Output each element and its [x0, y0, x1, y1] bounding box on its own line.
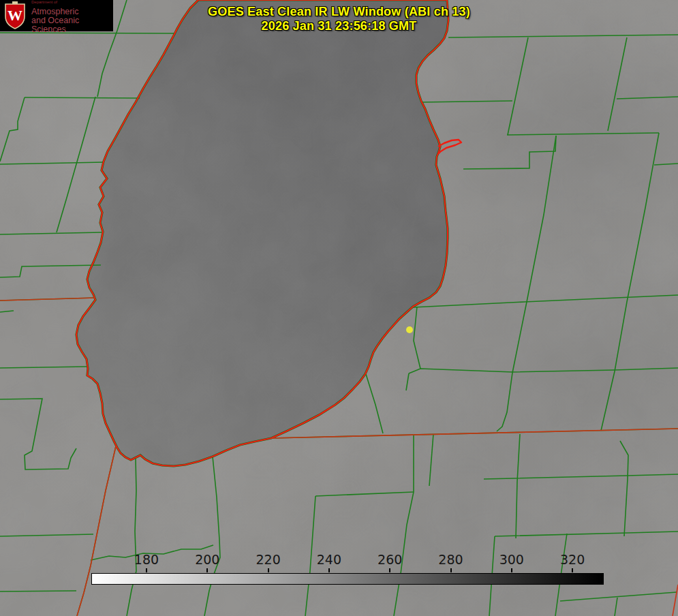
station-marker-dot — [406, 326, 413, 333]
colorbar-tick-label: 200 — [183, 552, 231, 567]
county-boundary-line — [0, 591, 76, 591]
logo-line2: and Oceanic Sciences — [31, 16, 113, 34]
cloud-texture-fine — [0, 0, 678, 616]
colorbar-tick-label: 240 — [305, 552, 353, 567]
colorbar-tick-label: 320 — [549, 552, 596, 567]
colorbar-tick-label: 260 — [366, 552, 414, 567]
colorbar-tick-mark — [511, 568, 512, 572]
county-boundary-line — [25, 97, 140, 98]
station-marker-layer — [406, 326, 413, 333]
logo-line1: Atmospheric — [31, 7, 113, 16]
colorbar-tick-mark — [450, 568, 452, 572]
satellite-map — [0, 0, 678, 616]
colorbar-tick-mark — [268, 568, 269, 572]
colorbar-tick-label: 180 — [123, 552, 170, 567]
svg-text:W: W — [7, 7, 22, 24]
colorbar-tick-mark — [146, 568, 147, 572]
colorbar-tick-label: 220 — [245, 552, 292, 567]
colorbar-tick-label: 280 — [427, 552, 475, 567]
temperature-colorbar — [91, 573, 604, 585]
logo-dept-prefix: Department of — [31, 0, 113, 7]
uw-crest-icon: W — [3, 1, 27, 30]
colorbar-tick-mark — [389, 568, 390, 572]
logo-text: Department of Atmospheric and Oceanic Sc… — [31, 0, 113, 34]
colorbar-tick-mark — [572, 568, 573, 572]
uw-ssec-logo: W Department of Atmospheric and Oceanic … — [0, 0, 113, 31]
colorbar-tick-label: 300 — [488, 552, 536, 567]
colorbar-tick-mark — [328, 568, 330, 572]
satellite-image-viewport: W Department of Atmospheric and Oceanic … — [0, 0, 678, 616]
colorbar-tick-mark — [206, 568, 208, 572]
